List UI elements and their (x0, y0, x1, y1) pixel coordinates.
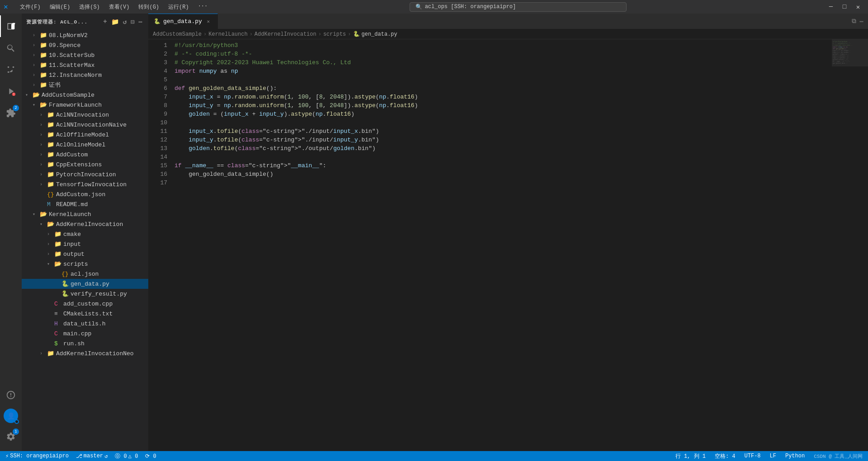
menu-edit[interactable]: 编辑(E) (46, 2, 74, 12)
menu-bar[interactable]: 文件(F) 编辑(E) 选择(S) 查看(V) 转到(G) 运行(R) ··· (16, 2, 211, 12)
file-icon: 📁 (47, 350, 54, 357)
menu-more[interactable]: ··· (194, 2, 212, 12)
more-tabs-icon[interactable]: ⋯ (859, 17, 864, 26)
menu-run[interactable]: 运行(R) (165, 2, 193, 12)
tree-label: data_utils.h (63, 320, 106, 327)
tree-item-scripts[interactable]: ▾📂scripts (22, 259, 148, 269)
file-icon: 📁 (47, 161, 54, 168)
code-line-3[interactable]: # Copyright 2022-2023 Huawei Technologie… (171, 58, 832, 67)
tree-item-gen-data-py[interactable]: 🐍gen_data.py (22, 279, 148, 289)
tree-item-verify-result-py[interactable]: 🐍verify_result.py (22, 289, 148, 299)
tree-item-data-utils-h[interactable]: Hdata_utils.h (22, 319, 148, 329)
split-editor-icon[interactable]: ⧉ (851, 17, 857, 26)
sidebar-actions[interactable]: + 📁 ↺ ⊟ ⋯ (102, 17, 144, 27)
minimize-button[interactable]: ─ (825, 2, 837, 11)
tab-gen-data-py[interactable]: 🐍 gen_data.py ✕ (148, 14, 218, 29)
status-spaces[interactable]: 空格: 4 (713, 451, 737, 461)
tree-item-aclnninvocationnaive[interactable]: ›📁AclNNInvocationNaive (22, 120, 148, 130)
tree-item-add-custom-cpp[interactable]: Cadd_custom.cpp (22, 299, 148, 309)
code-line-8[interactable]: input_y = np.random.uniform(1, 100, [8, … (171, 101, 832, 110)
tree-item-addcustomsample[interactable]: ▾📂AddCustomSample (22, 90, 148, 100)
collapse-icon[interactable]: ⊟ (130, 17, 136, 27)
status-errors[interactable]: ⓪ 0 △ 0 (113, 451, 140, 461)
breadcrumb-gen-data-py[interactable]: gen_data.py (362, 31, 397, 38)
tree-item-09-spence[interactable]: ›📁09.Spence (22, 40, 148, 50)
tree-item-main-cpp[interactable]: Cmain.cpp (22, 329, 148, 339)
maximize-button[interactable]: □ (838, 2, 851, 11)
tab-close-button[interactable]: ✕ (205, 18, 212, 25)
code-line-4[interactable]: import numpy as np (171, 67, 832, 75)
breadcrumb-add-custom-sample[interactable]: AddCustomSample (153, 31, 202, 38)
tree-item-input[interactable]: ›📁input (22, 239, 148, 249)
tree-item-aclofflinemodel[interactable]: ›📁AclOfflineModel (22, 130, 148, 140)
new-folder-icon[interactable]: 📁 (110, 17, 120, 27)
status-encoding[interactable]: UTF-8 (743, 451, 763, 461)
status-branch[interactable]: ⎇ master ↺ (74, 451, 109, 461)
status-sync[interactable]: ⟳ 0 (143, 451, 158, 461)
tree-item-12-instancenorm[interactable]: ›📁12.InstanceNorm (22, 70, 148, 80)
tree-item-10-scattersub[interactable]: ›📁10.ScatterSub (22, 50, 148, 60)
tree-item-readme-md[interactable]: MREADME.md (22, 199, 148, 209)
breadcrumb-add-kernel-invocation[interactable]: AddKernelInvocation (255, 31, 316, 38)
tree-item-cppextensions[interactable]: ›📁CppExtensions (22, 160, 148, 169)
close-button[interactable]: ✕ (852, 2, 864, 11)
tree-item-aclnninvocation[interactable]: ›📁AclNNInvocation (22, 110, 148, 120)
code-line-16[interactable]: gen_golden_data_simple() (171, 170, 832, 179)
tree-item-frameworklaunch[interactable]: ▾📂FrameworkLaunch (22, 100, 148, 110)
code-line-10[interactable] (171, 118, 832, 127)
tree-item-acl-json[interactable]: {}acl.json (22, 269, 148, 279)
activity-extensions[interactable]: 2 (0, 102, 22, 124)
tree-item---[interactable]: ›📁证书 (22, 80, 148, 90)
code-line-6[interactable]: def gen_golden_data_simple(): (171, 84, 832, 93)
tree-item-aclonlinemodel[interactable]: ›📁AclOnlineModel (22, 140, 148, 150)
tree-item-cmake[interactable]: ›📁cmake (22, 229, 148, 239)
line-number-14: 14 (152, 153, 167, 161)
menu-goto[interactable]: 转到(G) (135, 2, 163, 12)
code-line-1[interactable]: #!/usr/bin/python3 (171, 41, 832, 50)
tree-item-cmakelists-txt[interactable]: ≡CMakeLists.txt (22, 309, 148, 319)
menu-view[interactable]: 查看(V) (105, 2, 133, 12)
more-icon[interactable]: ⋯ (138, 17, 144, 27)
activity-search[interactable] (0, 37, 22, 59)
tree-item-addkernelinvocation[interactable]: ▾📂AddKernelInvocation (22, 219, 148, 229)
tree-item-addkernelinvocationneo[interactable]: ›📁AddKernelInvocationNeo (22, 348, 148, 358)
menu-file[interactable]: 文件(F) (16, 2, 44, 12)
user-avatar[interactable]: 👤 (4, 409, 18, 423)
code-line-12[interactable]: input_y.tofile(class="c-string">"./input… (171, 136, 832, 144)
tree-item-addcustom[interactable]: ›📁AddCustom (22, 150, 148, 160)
status-eol[interactable]: LF (768, 451, 778, 461)
status-language[interactable]: Python (783, 451, 807, 461)
chevron-down-icon: ▾ (33, 212, 40, 217)
tree-item-addcustom-json[interactable]: {}AddCustom.json (22, 189, 148, 199)
code-line-15[interactable]: if __name__ == class="c-string">"__main_… (171, 161, 832, 170)
status-position[interactable]: 行 1, 列 1 (674, 451, 708, 461)
tree-item-pytorchinvocation[interactable]: ›📁PytorchInvocation (22, 169, 148, 179)
tree-item-11-scattermax[interactable]: ›📁11.ScatterMax (22, 60, 148, 70)
code-line-17[interactable] (171, 179, 832, 187)
activity-git[interactable] (0, 59, 22, 80)
breadcrumb-kernel-launch[interactable]: KernelLaunch (208, 31, 247, 38)
code-line-13[interactable]: golden.tofile(class="c-string">"./output… (171, 144, 832, 153)
code-line-14[interactable] (171, 153, 832, 161)
code-line-7[interactable]: input_x = np.random.uniform(1, 100, [8, … (171, 93, 832, 101)
activity-explorer[interactable] (0, 15, 22, 37)
code-line-11[interactable]: input_x.tofile(class="c-string">"./input… (171, 127, 832, 136)
tree-item-tensorflowinvocation[interactable]: ›📁TensorflowInvocation (22, 179, 148, 189)
code-line-9[interactable]: golden = (input_x + input_y).astype(np.f… (171, 110, 832, 118)
code-line-2[interactable]: # -*- coding:utf-8 -*- (171, 50, 832, 58)
refresh-icon[interactable]: ↺ (122, 17, 128, 27)
new-file-icon[interactable]: + (102, 17, 108, 27)
tree-item-08-lpnormv2[interactable]: ›📁08.LpNormV2 (22, 30, 148, 40)
activity-settings[interactable]: 1 (0, 426, 22, 447)
activity-run[interactable]: ! (0, 80, 22, 102)
tree-item-kernellaunch[interactable]: ▾📂KernelLaunch (22, 209, 148, 219)
activity-remote[interactable] (0, 384, 22, 406)
menu-select[interactable]: 选择(S) (75, 2, 104, 12)
code-line-5[interactable] (171, 75, 832, 84)
status-ssh[interactable]: ⚡ SSH: orangepiaipro (4, 451, 71, 461)
breadcrumb-scripts[interactable]: scripts (323, 31, 346, 38)
search-box[interactable]: 🔍 acl_ops [SSH: orangepiaipro] (410, 2, 627, 12)
code-content[interactable]: #!/usr/bin/python3# -*- coding:utf-8 -*-… (171, 39, 832, 451)
tree-item-run-sh[interactable]: $run.sh (22, 339, 148, 348)
tree-item-output[interactable]: ›📁output (22, 249, 148, 259)
